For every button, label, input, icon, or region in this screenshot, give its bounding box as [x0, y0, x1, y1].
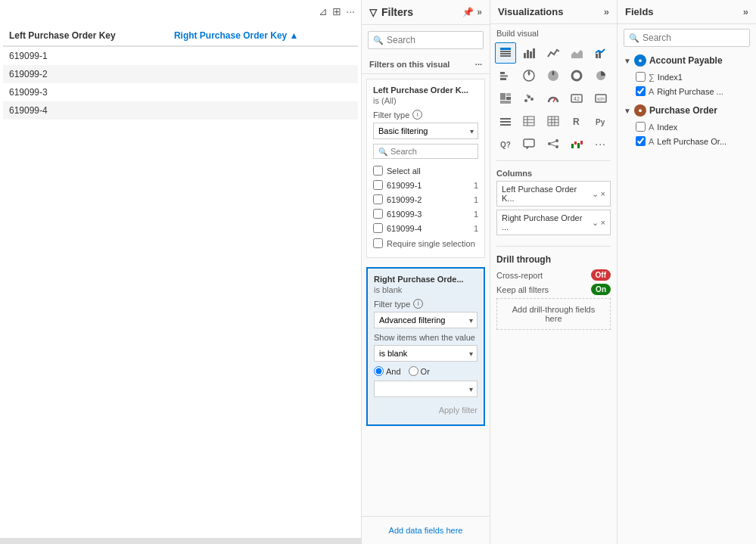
cross-report-row: Cross-report Off: [496, 269, 611, 281]
account-payable-label: Account Payable: [649, 55, 723, 66]
and-radio[interactable]: [374, 366, 384, 376]
require-single-checkbox[interactable]: [373, 238, 383, 248]
viz-expand-icon[interactable]: »: [604, 6, 609, 17]
viz-table-icon[interactable]: [495, 42, 516, 64]
more-options-icon[interactable]: ···: [475, 60, 482, 69]
filters-search-box[interactable]: 🔍: [368, 31, 484, 49]
cross-report-toggle[interactable]: Off: [591, 269, 611, 281]
viz-decomp-icon[interactable]: [543, 133, 564, 154]
svg-point-24: [530, 98, 534, 101]
remove-tag-1-icon[interactable]: ×: [601, 189, 605, 199]
checkbox-index[interactable]: [636, 122, 646, 132]
second-condition-select[interactable]: [374, 381, 478, 397]
filters-header-icons: 📌 »: [462, 7, 482, 17]
add-data-fields[interactable]: Add data fields here: [362, 516, 490, 544]
expand-table-icon[interactable]: ⊞: [332, 5, 341, 17]
purchase-order-icon: ●: [634, 104, 646, 117]
svg-rect-53: [574, 141, 577, 145]
checkbox-select-all[interactable]: [373, 166, 383, 176]
filter-icon[interactable]: ⊿: [319, 5, 328, 17]
svg-rect-46: [524, 139, 534, 147]
or-radio[interactable]: [409, 366, 418, 376]
pin-icon[interactable]: 📌: [462, 7, 474, 17]
viz-more-icon[interactable]: ···: [590, 133, 611, 154]
svg-text:R: R: [573, 117, 580, 127]
viz-kpi-icon[interactable]: KPI: [590, 88, 611, 109]
viz-bar-icon[interactable]: [518, 42, 540, 64]
fields-expand-icon[interactable]: »: [743, 6, 748, 17]
viz-pie-icon[interactable]: [590, 65, 611, 86]
text-icon-index: A: [649, 123, 654, 132]
viz-combo-icon[interactable]: [590, 42, 611, 64]
viz-donut-icon[interactable]: [566, 65, 587, 86]
filter-card1-search[interactable]: 🔍: [373, 144, 478, 159]
viz-waterfall-icon[interactable]: [566, 133, 587, 154]
and-radio-label[interactable]: And: [374, 366, 401, 376]
condition-dropdown[interactable]: is blank is not blank is is not: [374, 345, 478, 362]
chevron-down-purchase-order: ▼: [624, 107, 631, 115]
expand-icon[interactable]: »: [477, 7, 482, 17]
search-icon-fields: 🔍: [629, 33, 639, 43]
viz-gauge-icon[interactable]: [543, 88, 564, 109]
or-radio-label[interactable]: Or: [409, 366, 430, 376]
apply-filter-button[interactable]: Apply filter: [439, 406, 478, 415]
filter-type-select-2[interactable]: Advanced filtering Basic filtering: [374, 312, 478, 328]
tree-item-left-purchase: A Left Purchase Or...: [621, 134, 753, 148]
svg-point-22: [524, 99, 527, 102]
checkbox-item-1[interactable]: [373, 180, 383, 190]
viz-line-icon[interactable]: [543, 42, 564, 64]
keep-all-filters-toggle[interactable]: On: [591, 284, 611, 295]
filter-type-select-1[interactable]: Basic filtering Advanced filtering: [373, 123, 478, 139]
filter-type-dropdown-2[interactable]: Advanced filtering Basic filtering: [374, 312, 478, 328]
col-left-purchase[interactable]: Left Purchase Order Key: [3, 26, 168, 46]
fields-search-box[interactable]: 🔍: [624, 29, 750, 47]
table-resize-handle[interactable]: [0, 538, 361, 544]
viz-table2-icon[interactable]: [518, 110, 540, 132]
filters-search-input[interactable]: [387, 35, 478, 45]
svg-text:Q?: Q?: [500, 141, 511, 149]
viz-r-icon[interactable]: R: [566, 110, 587, 132]
viz-filled-map-icon[interactable]: [543, 65, 564, 86]
svg-rect-1: [500, 51, 511, 52]
filter-type-dropdown-1[interactable]: Basic filtering Advanced filtering: [373, 123, 478, 139]
text-icon-right-purchase: A: [649, 87, 654, 96]
checkbox-right-purchase[interactable]: [636, 86, 646, 96]
viz-scatter-icon[interactable]: [518, 88, 540, 109]
condition-select[interactable]: is blank is not blank is is not: [374, 345, 478, 362]
add-drill-through-fields[interactable]: Add drill-through fields here: [496, 298, 611, 330]
viz-map-icon[interactable]: [518, 65, 540, 86]
col-right-purchase[interactable]: Right Purchase Order Key ▲: [168, 26, 358, 46]
svg-rect-3: [500, 55, 511, 57]
viz-chat-icon[interactable]: [518, 133, 540, 154]
cell-right: [168, 46, 358, 65]
viz-clustered-icon[interactable]: [495, 65, 516, 86]
filter-card1-search-input[interactable]: [390, 147, 473, 156]
checkbox-item-3[interactable]: [373, 209, 383, 219]
fields-search-input[interactable]: [642, 33, 745, 43]
viz-area-icon[interactable]: [566, 42, 587, 64]
filters-on-visual-header: Filters on this visual ···: [362, 55, 490, 74]
checkbox-left-purchase[interactable]: [636, 136, 646, 146]
chevron-down-icon-2[interactable]: ⌄: [592, 218, 599, 228]
filter-card1-title: Left Purchase Order K...: [373, 85, 478, 95]
viz-py-icon[interactable]: Py: [590, 110, 611, 132]
viz-qna-icon[interactable]: Q?: [495, 133, 516, 154]
svg-rect-9: [596, 54, 598, 58]
remove-tag-2-icon[interactable]: ×: [601, 218, 605, 228]
tree-group-account-payable-header[interactable]: ▼ ● Account Payable: [621, 51, 753, 70]
checkbox-item-2[interactable]: [373, 194, 383, 204]
tree-group-purchase-order-header[interactable]: ▼ ● Purchase Order: [621, 101, 753, 120]
apply-btn-container: Apply filter: [374, 402, 478, 418]
viz-card-icon[interactable]: 42: [566, 88, 587, 109]
checkbox-item-4[interactable]: [373, 223, 383, 233]
viz-slicer-icon[interactable]: [495, 110, 516, 132]
chevron-down-icon-1[interactable]: ⌄: [592, 189, 599, 199]
svg-rect-20: [506, 97, 511, 100]
svg-point-48: [555, 139, 558, 142]
viz-matrix-icon[interactable]: [543, 110, 564, 132]
more-icon[interactable]: ···: [346, 5, 355, 17]
viz-treemap-icon[interactable]: [495, 88, 516, 109]
checkbox-index1[interactable]: [636, 72, 646, 82]
column-tag-1-label: Left Purchase Order K...: [502, 185, 589, 203]
second-condition-dropdown[interactable]: [374, 381, 478, 397]
